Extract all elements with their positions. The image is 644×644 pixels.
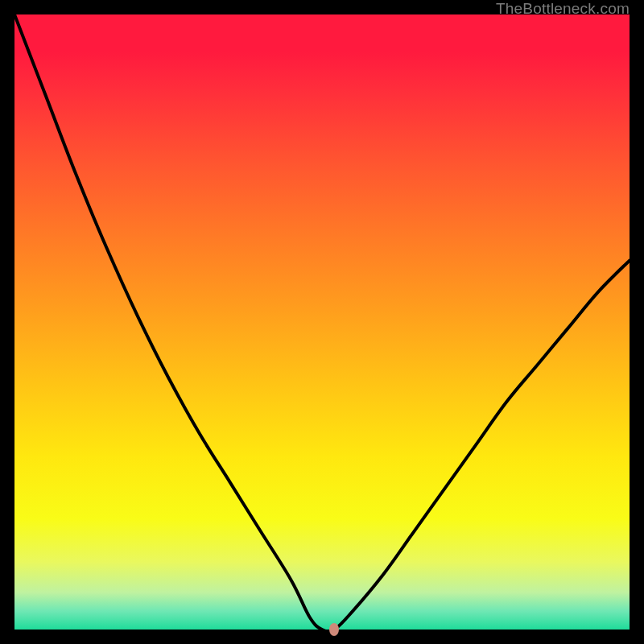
bottleneck-curve-path (14, 14, 630, 630)
chart-container: TheBottleneck.com (0, 0, 644, 644)
curve-svg (14, 14, 630, 630)
optimal-point-marker (329, 623, 339, 636)
plot-area (14, 14, 630, 630)
